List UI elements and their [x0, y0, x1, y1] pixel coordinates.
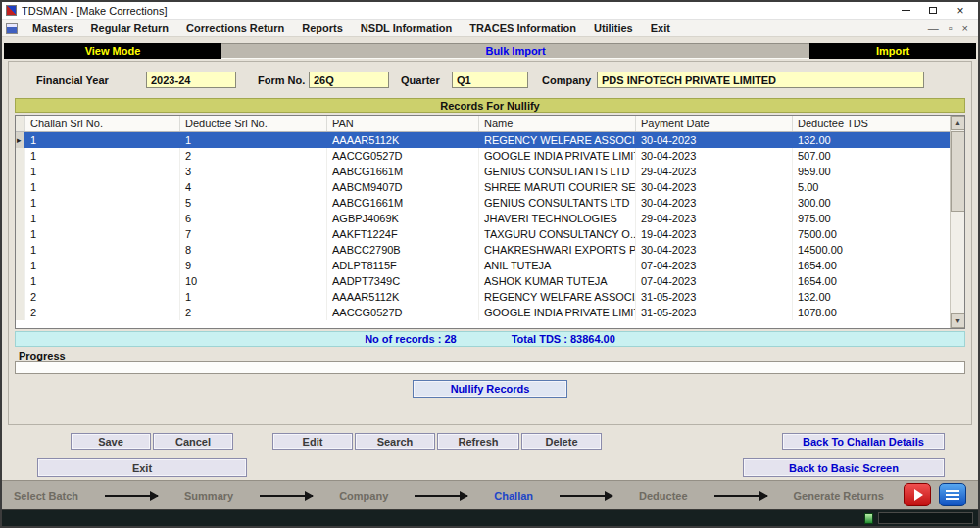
nullify-records-button[interactable]: Nullify Records — [413, 380, 567, 398]
app-window: TDSMAN - [Make Corrections] × Masters Re… — [0, 0, 980, 528]
row-selector[interactable] — [16, 195, 25, 211]
bulk-import-tab[interactable]: Bulk Import — [221, 43, 809, 59]
table-row[interactable]: 12AACCG0527DGOOGLE INDIA PRIVATE LIMIT..… — [16, 148, 964, 164]
menu-nsdl-information[interactable]: NSDL Information — [352, 23, 461, 34]
import-banner[interactable]: Import — [809, 43, 976, 59]
table-cell: 07-04-2023 — [636, 258, 793, 273]
table-cell: AAKFT1224F — [327, 226, 479, 242]
table-row[interactable]: 21AAAAR5112KREGENCY WELFARE ASSOCIA...31… — [16, 289, 964, 305]
quarter-field[interactable]: Q1 — [452, 72, 528, 88]
scrollbar-thumb[interactable] — [951, 131, 965, 212]
quarter-label: Quarter — [401, 74, 440, 86]
refresh-button[interactable]: Refresh — [437, 433, 519, 450]
delete-button[interactable]: Delete — [521, 433, 602, 450]
table-cell: 10 — [180, 273, 327, 289]
table-row[interactable]: 22AACCG0527DGOOGLE INDIA PRIVATE LIMIT..… — [16, 305, 964, 320]
table-cell: GENIUS CONSULTANTS LTD — [479, 195, 636, 211]
table-row[interactable]: 19ADLPT8115FANIL TUTEJA07-04-20231654.00 — [16, 258, 964, 273]
form-no-field[interactable]: 26Q — [309, 72, 389, 88]
table-cell: 07-04-2023 — [636, 273, 793, 289]
table-cell: 1654.00 — [793, 258, 964, 273]
table-cell: 507.00 — [793, 148, 964, 164]
row-selector[interactable] — [16, 211, 25, 226]
table-cell: 1 — [25, 179, 180, 195]
close-button[interactable]: × — [947, 3, 974, 19]
row-selector[interactable] — [16, 179, 25, 195]
row-selector[interactable] — [16, 289, 25, 305]
row-selector[interactable]: ▸ — [16, 132, 25, 148]
menu-utilities[interactable]: Utilities — [585, 23, 642, 34]
row-selector[interactable] — [16, 148, 25, 164]
menu-exit[interactable]: Exit — [642, 23, 679, 34]
col-header-deductee-srl[interactable]: Deductee Srl No. — [180, 116, 327, 131]
col-header-challan-srl[interactable]: Challan Srl No. — [25, 116, 180, 131]
row-selector[interactable] — [16, 242, 25, 258]
table-row[interactable]: 16AGBPJ4069KJHAVERI TECHNOLOGIES29-04-20… — [16, 211, 964, 226]
table-row[interactable]: 110AADPT7349CASHOK KUMAR TUTEJA07-04-202… — [16, 273, 964, 289]
financial-year-field[interactable]: 2023-24 — [146, 72, 236, 88]
mdi-child-icon — [6, 23, 18, 34]
menu-masters[interactable]: Masters — [24, 23, 82, 34]
table-row[interactable]: 18AABCC2790BCHAKRESHWARI EXPORTS P...30-… — [16, 242, 964, 258]
mdi-close-icon[interactable]: × — [962, 23, 968, 34]
table-cell: 19-04-2023 — [636, 226, 793, 242]
mode-bar: View Mode Bulk Import Import — [4, 43, 976, 59]
row-selector[interactable] — [16, 226, 25, 242]
company-field[interactable]: PDS INFOTECH PRIVATE LIMITED — [597, 72, 924, 88]
table-row[interactable]: 13AABCG1661MGENIUS CONSULTANTS LTD29-04-… — [16, 164, 964, 179]
header-selector-spacer — [16, 116, 25, 131]
edit-button[interactable]: Edit — [272, 433, 353, 450]
search-button[interactable]: Search — [355, 433, 435, 450]
play-video-button[interactable] — [904, 483, 931, 506]
menu-corrections-return[interactable]: Corrections Return — [177, 23, 293, 34]
main-panel: Financial Year 2023-24 Form No. 26Q Quar… — [8, 61, 972, 425]
back-to-challan-details-button[interactable]: Back To Challan Details — [782, 433, 945, 450]
table-row[interactable]: ▸11AAAAR5112KREGENCY WELFARE ASSOCIA...3… — [16, 132, 964, 148]
mdi-minimize-icon[interactable]: — — [928, 23, 939, 34]
table-cell: 1 — [25, 226, 180, 242]
arrow-icon — [260, 495, 313, 497]
table-cell: 1 — [25, 195, 180, 211]
table-row[interactable]: 14AABCM9407DSHREE MARUTI COURIER SE...30… — [16, 179, 964, 195]
status-bar — [2, 509, 978, 526]
row-selector[interactable] — [16, 164, 25, 179]
table-cell: REGENCY WELFARE ASSOCIA... — [479, 289, 636, 305]
table-cell: AGBPJ4069K — [327, 211, 479, 226]
table-cell: JHAVERI TECHNOLOGIES — [479, 211, 636, 226]
vertical-scrollbar[interactable]: ▲ ▼ — [950, 116, 964, 328]
title-bar: TDSMAN - [Make Corrections] × — [2, 2, 978, 20]
col-header-payment-date[interactable]: Payment Date — [636, 116, 793, 131]
exit-button[interactable]: Exit — [37, 458, 247, 477]
mdi-restore-icon[interactable]: ▫ — [949, 23, 953, 34]
table-cell: 30-04-2023 — [636, 179, 793, 195]
row-selector[interactable] — [16, 305, 25, 320]
table-cell: REGENCY WELFARE ASSOCIA... — [479, 132, 636, 148]
scroll-up-icon[interactable]: ▲ — [951, 116, 965, 130]
records-table: Challan Srl No. Deductee Srl No. PAN Nam… — [15, 115, 965, 329]
table-cell: AAAAR5112K — [327, 132, 479, 148]
table-cell: 14500.00 — [793, 242, 964, 258]
table-cell: 4 — [180, 179, 327, 195]
restore-button[interactable] — [919, 3, 947, 19]
scroll-down-icon[interactable]: ▼ — [951, 313, 965, 328]
row-selector[interactable] — [16, 258, 25, 273]
table-cell: 975.00 — [793, 211, 964, 226]
menu-reports[interactable]: Reports — [293, 23, 352, 34]
total-tds: Total TDS : 83864.00 — [512, 333, 615, 345]
col-header-pan[interactable]: PAN — [327, 116, 479, 131]
save-button[interactable]: Save — [71, 433, 151, 450]
menu-traces-information[interactable]: TRACES Information — [461, 23, 585, 34]
col-header-name[interactable]: Name — [479, 116, 636, 131]
back-to-basic-screen-button[interactable]: Back to Basic Screen — [743, 458, 945, 477]
workflow-step: Company — [339, 490, 388, 502]
menu-regular-return[interactable]: Regular Return — [82, 23, 177, 34]
table-row[interactable]: 15AABCG1661MGENIUS CONSULTANTS LTD30-04-… — [16, 195, 964, 211]
minimize-button[interactable] — [892, 3, 919, 19]
cancel-button[interactable]: Cancel — [153, 433, 233, 450]
list-button[interactable] — [939, 483, 966, 506]
summary-bar: No of records : 28 Total TDS : 83864.00 — [15, 331, 965, 347]
col-header-deductee-tds[interactable]: Deductee TDS — [793, 116, 964, 131]
row-selector[interactable] — [16, 273, 25, 289]
table-row[interactable]: 17AAKFT1224FTAXGURU CONSULTANCY O...19-0… — [16, 226, 964, 242]
table-cell: 959.00 — [793, 164, 964, 179]
